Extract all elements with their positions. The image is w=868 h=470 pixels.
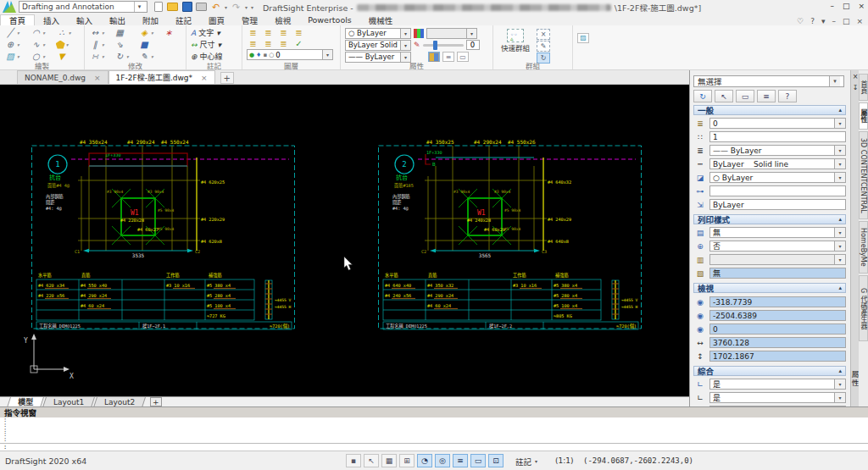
restore-button[interactable]: □ (843, 2, 850, 10)
explode-tool-button[interactable]: ∗ (163, 27, 186, 38)
line-tool-button[interactable]: ╱▾ (4, 27, 27, 38)
polygon-tool-button[interactable]: ▾ (56, 39, 79, 50)
array-tool-button[interactable]: ▦ (114, 27, 136, 38)
undo-button[interactable]: ↶ (210, 2, 221, 12)
refresh-selection-button[interactable]: ↻ (693, 90, 712, 102)
side-tab-3dcontentcentral[interactable]: 3D CONTENTCENTRAL (859, 131, 868, 219)
add-sheet-button[interactable]: + (150, 397, 162, 406)
view-bubble[interactable]: 1 (48, 155, 67, 174)
minimize-button[interactable]: – (830, 2, 834, 10)
linecolor-select[interactable]: ○ ByLayer▾ (345, 28, 411, 39)
printplot-select[interactable]: 否▾ (709, 241, 846, 252)
erase-tool-button[interactable]: ◈▾ (138, 27, 161, 38)
text-tool-button[interactable]: A文字▾ (191, 27, 237, 38)
undo-dropdown-icon[interactable]: ▾ (225, 4, 227, 10)
linecolor-select[interactable]: ○ ByLayer▾ (709, 172, 846, 183)
pointer-toggle[interactable]: ↖ (364, 454, 379, 467)
ribbon-tab-home[interactable]: 首頁 (0, 14, 35, 25)
linestyle-select[interactable]: ByLayer Solid line▾ (345, 40, 411, 51)
section-header-misc[interactable]: 綜合▴ (693, 366, 846, 376)
side-tab-homebyme[interactable]: HomeByMe (859, 221, 868, 274)
offset-tool-button[interactable]: ∥▾ (89, 39, 112, 50)
chevron-down-icon[interactable]: ▾ (134, 2, 144, 12)
redo-button[interactable]: ↷ (231, 2, 242, 12)
open-button[interactable] (167, 2, 178, 12)
snap-toggle[interactable]: ▪ (346, 454, 361, 467)
select-box-button[interactable]: ▭ (736, 90, 754, 102)
match-properties-icon[interactable]: ✎ (414, 41, 420, 49)
command-window-header[interactable]: 指令視窗 (0, 406, 868, 417)
linescale-input[interactable]: ByLayer (709, 199, 846, 210)
ribbon-tab-addins[interactable]: 附加 (134, 14, 167, 25)
sheet-border[interactable] (379, 146, 642, 329)
ribbon-tab-export[interactable]: 輸出 (101, 14, 134, 25)
side-tab-properties[interactable]: 屬性 (859, 102, 868, 130)
linestyle-select[interactable]: ByLayer Solid line▾ (709, 158, 846, 169)
arc-tool-button[interactable]: ◠▾ (30, 27, 53, 38)
doc-tab-noname[interactable]: NONAME_0.dwg × (17, 70, 108, 84)
slider-thumb[interactable] (433, 41, 437, 50)
help-button[interactable]: ? (810, 17, 815, 25)
command-history[interactable]: : : : : : (0, 417, 868, 443)
workspace-select[interactable]: Drafting and Annotation ▾ (19, 1, 147, 13)
section-header-printstyle[interactable]: 列印樣式▴ (693, 214, 846, 224)
ribbon-tab-mechanical[interactable]: 機械性 (360, 14, 402, 25)
quick-select-button[interactable]: ≡ (757, 90, 776, 102)
section-header-view[interactable]: 檢視▴ (693, 283, 846, 293)
save-button[interactable] (181, 2, 192, 12)
drawing-view-1[interactable]: #4 350x24 #4 290x24 #4 550x24 1 抗台 面筋#4 … (31, 139, 302, 335)
side-tab-gcode[interactable]: G 代碼產生器 (859, 275, 868, 341)
quick-group-button[interactable]: ◦◦▵ 快速群組 (498, 29, 533, 53)
dimension-tool-button[interactable]: ↔尺寸▾ (191, 39, 237, 50)
layer-lock-button[interactable]: ≣ (262, 39, 275, 48)
color-bars-icon[interactable] (414, 29, 424, 38)
active-layer-select[interactable]: ● ♦ ▪ ○ 0 ▾ (247, 49, 333, 60)
layer-select[interactable]: 0▾ (709, 118, 846, 129)
layer-freeze-button[interactable]: ≣ (277, 28, 290, 37)
ribbon-tab-manage[interactable]: 管理 (233, 14, 266, 25)
ribbon-tab-sheet[interactable]: 圖頁 (200, 14, 233, 25)
frame-toggle[interactable]: ▭ (470, 454, 486, 467)
drawing-view-2[interactable]: #4 350x25 #4 290x24 #4 550x26 2 抗台 面筋#18… (377, 139, 648, 335)
selection-filter-select[interactable]: 無選擇 ▾ (693, 75, 844, 87)
circle-tool-button[interactable]: ⊕▾ (4, 39, 27, 50)
thickness-input[interactable]: 1 (709, 131, 846, 142)
doc-close-button[interactable]: × (856, 17, 863, 25)
help-button[interactable]: ? (778, 90, 797, 102)
ribbon-tab-view[interactable]: 檢視 (266, 14, 299, 25)
esnap-toggle[interactable]: ◎ (435, 454, 450, 467)
misc-select-1[interactable]: 是▾ (709, 379, 846, 390)
printstyle-select[interactable]: 無▾ (709, 227, 846, 238)
move-tool-button[interactable]: ↔▾ (89, 27, 112, 38)
doc-minimize-button[interactable]: – (832, 17, 836, 25)
ortho-toggle[interactable]: ⊞ (399, 454, 415, 467)
polar-toggle[interactable]: ◔ (417, 454, 432, 467)
drawing-canvas[interactable]: #4 350x24 #4 290x24 #4 550x24 1 抗台 面筋#4 … (0, 85, 689, 396)
collapse-icon[interactable]: ▴ (838, 107, 842, 113)
close-tab-icon[interactable]: × (94, 74, 101, 82)
view-bubble[interactable]: 2 (395, 155, 414, 174)
lineweight-select[interactable]: —— ByLayer▾ (709, 145, 846, 156)
transparency-value[interactable]: 0 (466, 40, 480, 50)
collapse-icon[interactable]: ▴ (838, 368, 842, 374)
redo-dropdown-icon[interactable]: ▾ (245, 4, 248, 10)
sheet-border[interactable] (32, 146, 295, 329)
new-document-button[interactable] (153, 2, 164, 12)
close-tab-icon[interactable]: × (201, 74, 208, 82)
ungroup-button[interactable]: × (537, 29, 550, 40)
customize-qat-icon[interactable]: ▾ (251, 4, 253, 10)
layer-isolate-button[interactable]: ≣ (292, 28, 305, 37)
ribbon-tab-annotate[interactable]: 註記 (167, 14, 200, 25)
ribbon-tab-import[interactable]: 輸入 (68, 14, 101, 25)
close-button[interactable]: × (858, 2, 865, 10)
layer-check-icon[interactable]: ✓ (292, 39, 305, 48)
overflow-tool-button[interactable]: ▨ (577, 33, 589, 43)
layer-properties-button[interactable]: ≣ (262, 28, 275, 37)
chevron-down-icon[interactable]: ▾ (829, 76, 840, 86)
sheet-tab-layout1[interactable]: Layout1 (42, 397, 95, 407)
entity-snap-toggle[interactable]: ⊡ (488, 454, 504, 467)
doc-tab-active[interactable]: 1F-2F樑-施工圖.dwg* × (108, 70, 215, 84)
layer-off-button[interactable]: ≣ (247, 39, 259, 48)
select-entities-button[interactable]: ↖ (715, 90, 733, 102)
grid-toggle[interactable]: ▦ (381, 454, 397, 467)
